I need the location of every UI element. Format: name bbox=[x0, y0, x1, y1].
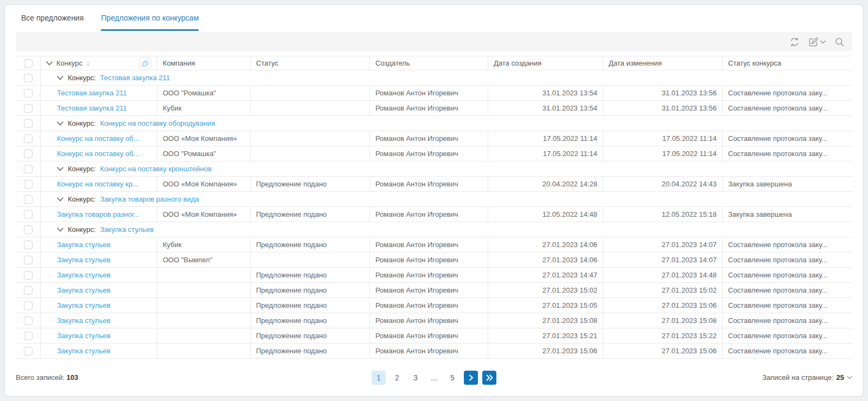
cell-konkurs-link[interactable]: Конкурс на поставку об... bbox=[57, 150, 139, 158]
pagination-page-3[interactable]: 3 bbox=[409, 371, 423, 385]
cell-contest-status: Составление протокола заку... bbox=[728, 134, 827, 143]
row-checkbox[interactable] bbox=[24, 195, 33, 204]
cell-contest-status: Составление протокола заку... bbox=[728, 271, 827, 279]
cell-creator: Романов Антон Игоревич bbox=[375, 150, 458, 158]
per-page-select[interactable]: Записей на странице: 25 bbox=[762, 373, 852, 381]
cell-status: Предложение подано bbox=[256, 286, 327, 294]
cell-company: Кубик bbox=[163, 104, 182, 112]
row-checkbox[interactable] bbox=[24, 150, 33, 158]
group-collapse-chevron-icon[interactable] bbox=[57, 228, 63, 232]
row-checkbox[interactable] bbox=[24, 332, 33, 340]
group-by-icon[interactable] bbox=[139, 57, 151, 69]
cell-konkurs-link[interactable]: Закупка стульев bbox=[57, 256, 111, 264]
row-checkbox[interactable] bbox=[24, 180, 33, 189]
cell-konkurs-link[interactable]: Закупка стульев bbox=[57, 241, 111, 249]
table-footer: Всего записей: 103 123...5 Записей на ст… bbox=[5, 359, 863, 396]
column-header-creator[interactable]: Создатель bbox=[369, 56, 488, 70]
tab-all-offers[interactable]: Все предложения bbox=[21, 5, 84, 31]
row-checkbox[interactable] bbox=[24, 316, 33, 325]
row-checkbox[interactable] bbox=[24, 74, 33, 82]
cell-company: ООО "Вымпел" bbox=[163, 256, 213, 264]
cell-created: 12.05.2022 14:48 bbox=[542, 210, 597, 218]
cell-konkurs-link[interactable]: Закупка стульев bbox=[57, 316, 111, 325]
row-checkbox[interactable] bbox=[24, 256, 33, 264]
cell-konkurs-link[interactable]: Закупка стульев bbox=[57, 301, 111, 309]
row-checkbox[interactable] bbox=[24, 119, 33, 128]
group-collapse-chevron-icon[interactable] bbox=[57, 121, 63, 126]
column-header-konkurs[interactable]: Конкурс bbox=[56, 59, 82, 67]
cell-konkurs-link[interactable]: Закупка стульев bbox=[57, 286, 111, 294]
pagination-page-2[interactable]: 2 bbox=[390, 371, 404, 385]
table-row: Закупка стульев ООО "Вымпел" Романов Ант… bbox=[16, 253, 852, 268]
group-link[interactable]: Конкурс на поставку обородувания bbox=[100, 119, 215, 127]
group-link[interactable]: Закупка стульев bbox=[100, 225, 154, 234]
cell-contest-status: Составление протокола заку... bbox=[728, 256, 827, 264]
row-checkbox[interactable] bbox=[24, 241, 33, 249]
cell-creator: Романов Антон Игоревич bbox=[375, 210, 458, 218]
total-records-value: 103 bbox=[66, 373, 78, 381]
column-header-company[interactable]: Компания bbox=[157, 56, 250, 70]
cell-company: ООО «Моя Компания» bbox=[163, 180, 237, 188]
cell-contest-status: Составление протокола заку... bbox=[728, 150, 827, 158]
cell-konkurs-link[interactable]: Тестовая закупка 211 bbox=[57, 104, 127, 112]
group-label: Конкурс: bbox=[68, 165, 96, 173]
cell-modified: 31.01.2023 13:56 bbox=[662, 89, 717, 97]
row-checkbox[interactable] bbox=[24, 225, 33, 234]
row-checkbox[interactable] bbox=[24, 286, 33, 295]
group-collapse-chevron-icon[interactable] bbox=[57, 167, 63, 171]
next-page-button[interactable] bbox=[464, 371, 478, 385]
cell-konkurs-link[interactable]: Тестовая закупка 211 bbox=[57, 89, 127, 97]
group-link[interactable]: Тестовая закупка 211 bbox=[100, 74, 170, 82]
row-checkbox[interactable] bbox=[24, 104, 33, 113]
column-header-contest-status[interactable]: Статус конкурса bbox=[722, 56, 852, 70]
cell-modified: 27.01.2023 15:06 bbox=[662, 301, 717, 309]
group-label: Конкурс: bbox=[68, 119, 96, 127]
cell-creator: Романов Антон Игоревич bbox=[375, 347, 458, 355]
table-row: Закупка стульев Предложение подано Роман… bbox=[16, 328, 852, 344]
cell-konkurs-link[interactable]: Закупка стульев bbox=[57, 347, 111, 355]
table-row: Закупка стульев Предложение подано Роман… bbox=[16, 344, 852, 359]
cell-created: 17.05.2022 11:14 bbox=[543, 134, 597, 143]
cell-konkurs-link[interactable]: Конкурс на поставку об... bbox=[57, 134, 139, 143]
edit-menu-button[interactable] bbox=[808, 37, 826, 47]
row-checkbox[interactable] bbox=[24, 301, 33, 310]
cell-konkurs-link[interactable]: Закупка товаров разног... bbox=[57, 210, 139, 218]
column-header-modified[interactable]: Дата изменения bbox=[603, 56, 722, 70]
row-checkbox[interactable] bbox=[24, 347, 33, 355]
cell-company: ООО «Моя Компания» bbox=[163, 210, 237, 218]
row-checkbox[interactable] bbox=[24, 165, 33, 173]
row-checkbox[interactable] bbox=[24, 210, 33, 219]
group-row: Конкурс: Закупка товаров разного вида bbox=[16, 192, 852, 207]
cell-konkurs-link[interactable]: Закупка стульев bbox=[57, 271, 111, 279]
group-link[interactable]: Конкурс на поставку кронштейнов bbox=[100, 165, 212, 173]
cell-contest-status: Составление протокола заку... bbox=[728, 286, 827, 294]
group-label: Конкурс: bbox=[68, 74, 96, 82]
cell-modified: 27.01.2023 14:07 bbox=[662, 241, 717, 249]
select-all-checkbox[interactable] bbox=[24, 59, 33, 68]
row-checkbox[interactable] bbox=[24, 89, 33, 98]
sort-desc-icon[interactable]: ↓ bbox=[86, 60, 90, 67]
pagination-page-1[interactable]: 1 bbox=[372, 371, 386, 385]
cell-creator: Романов Антон Игоревич bbox=[375, 134, 458, 143]
group-collapse-chevron-icon[interactable] bbox=[57, 197, 63, 202]
group-row: Конкурс: Тестовая закупка 211 bbox=[16, 70, 852, 86]
table-row: Закупка товаров разног... ООО «Моя Компа… bbox=[16, 207, 852, 222]
last-page-button[interactable] bbox=[482, 371, 496, 385]
row-checkbox[interactable] bbox=[24, 271, 33, 280]
row-checkbox[interactable] bbox=[24, 134, 33, 143]
cell-created: 27.01.2023 14:47 bbox=[542, 271, 597, 279]
refresh-icon[interactable] bbox=[789, 37, 800, 47]
group-link[interactable]: Закупка товаров разного вида bbox=[100, 195, 199, 203]
search-icon[interactable] bbox=[834, 37, 845, 47]
tab-contest-offers[interactable]: Предложения по конкурсам bbox=[101, 5, 199, 31]
cell-status: Предложение подано bbox=[256, 180, 327, 188]
group-collapse-chevron-icon[interactable] bbox=[57, 76, 63, 80]
cell-konkurs-link[interactable]: Конкурс на поставку кр... bbox=[57, 180, 138, 188]
table-row: Конкурс на поставку об... ООО "Ромашка" … bbox=[16, 146, 852, 161]
collapse-all-chevron-icon[interactable] bbox=[46, 61, 53, 66]
column-header-created[interactable]: Дата создания bbox=[488, 56, 603, 70]
column-header-status[interactable]: Статус bbox=[250, 56, 369, 70]
cell-company: Кубик bbox=[163, 241, 182, 249]
pagination-page-5[interactable]: 5 bbox=[445, 371, 459, 385]
cell-konkurs-link[interactable]: Закупка стульев bbox=[57, 332, 111, 340]
